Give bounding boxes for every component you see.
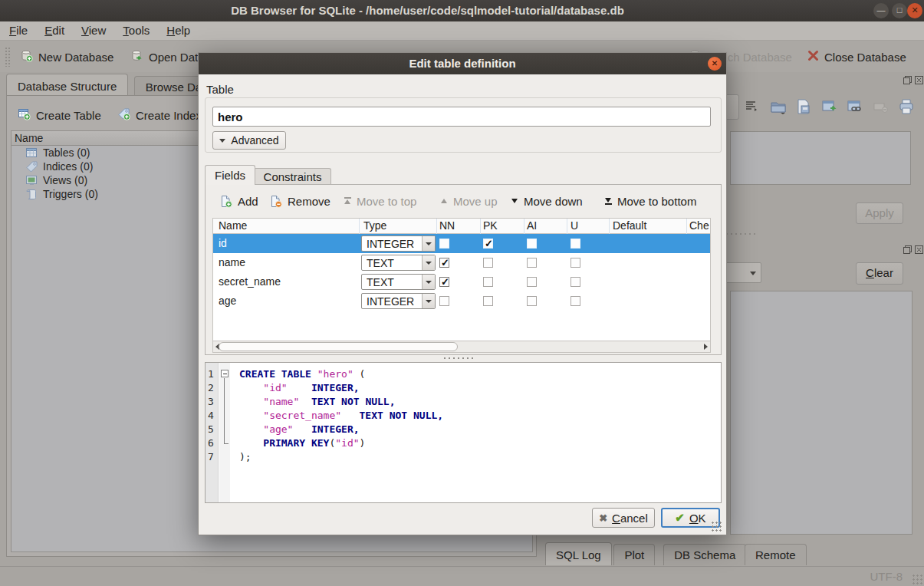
table-name-input[interactable] [212,107,711,127]
combo-arrow-icon [422,236,435,251]
column-header-nn[interactable]: NN [439,219,455,232]
encoding-indicator[interactable]: UTF-8 [870,570,903,583]
dialog-titlebar[interactable]: Edit table definition ✕ [199,53,726,74]
field-name: age [219,295,236,307]
column-header-pk[interactable]: PK [483,219,498,232]
ai-checkbox[interactable] [527,258,537,268]
ai-checkbox[interactable] [527,277,537,287]
bottom-tab-remote[interactable]: Remote [745,544,807,565]
field-type-combo[interactable]: INTEGER [361,235,436,252]
nn-checkbox[interactable] [439,296,449,306]
dialog-splitter-handle[interactable] [442,357,473,360]
menu-tools[interactable]: Tools [115,21,157,39]
u-checkbox[interactable] [571,258,580,268]
tab-database-structure[interactable]: Database Structure [6,74,128,97]
bottom-tab-sql-log[interactable]: SQL Log [545,542,612,565]
fold-guide-tick [224,443,229,444]
open-database-icon [130,49,143,64]
close-button[interactable]: ✕ [907,3,922,18]
close-database-button[interactable]: Close Database [807,47,906,67]
dock-float-icon[interactable] [903,74,912,84]
import-icon[interactable] [770,98,787,115]
line-number-gutter: 1234567 [206,363,219,502]
dialog-tab-fields[interactable]: Fields [205,165,255,185]
print-icon[interactable] [898,98,915,115]
sql-preview-editor[interactable]: 1234567 CREATE TABLE "hero" ( "id" INTEG… [205,362,722,503]
bottom-tab-plot[interactable]: Plot [613,544,655,565]
menu-file[interactable]: File [2,21,35,39]
field-row-id[interactable]: idINTEGER [213,234,710,253]
fold-collapse-icon[interactable] [221,370,229,377]
grid-header[interactable]: NameTypeNNPKAIUDefaultChe [213,219,710,234]
save-icon[interactable] [795,98,812,115]
remove-button[interactable]: Remove [269,193,330,209]
window-resize-grip[interactable] [912,574,922,584]
dock-close-icon[interactable] [914,74,924,84]
field-row-name[interactable]: nameTEXT [213,253,710,272]
bottom-tab-db-schema[interactable]: DB Schema [663,544,746,565]
link-icon[interactable] [847,98,863,115]
ai-checkbox[interactable] [527,296,537,306]
sqllog-float-icon[interactable] [903,244,912,254]
column-header-name[interactable]: Name [219,219,247,232]
menu-view[interactable]: View [74,21,113,39]
toolbar-drag-handle[interactable] [5,47,10,67]
set-null-icon[interactable] [873,98,889,115]
fold-margin[interactable] [219,363,230,502]
field-type-combo[interactable]: INTEGER [361,293,436,309]
toolbar-item-label: Move down [524,195,583,208]
column-header-type[interactable]: Type [363,219,386,232]
new-database-button[interactable]: New Database [20,47,113,67]
pk-checkbox[interactable] [483,258,493,268]
u-checkbox[interactable] [571,296,580,306]
export-icon[interactable] [821,98,838,115]
nn-checkbox[interactable] [439,258,449,268]
column-header-u[interactable]: U [571,219,578,232]
scroll-right-icon[interactable] [704,344,708,350]
sql-log-area[interactable] [730,291,912,535]
field-type-combo[interactable]: TEXT [361,274,436,290]
nn-checkbox[interactable] [439,239,449,249]
sql-token [239,423,263,435]
move-down-button[interactable]: Move down [511,193,583,209]
nn-checkbox[interactable] [439,277,449,287]
field-row-secret_name[interactable]: secret_nameTEXT [213,272,710,291]
column-header-ai[interactable]: AI [527,219,537,232]
dialog-resize-grip[interactable] [711,521,722,532]
apply-button[interactable]: Apply [856,202,903,224]
advanced-button[interactable]: Advanced [212,131,286,150]
column-header-default[interactable]: Default [613,219,646,232]
pk-checkbox[interactable] [483,277,493,287]
ai-checkbox[interactable] [527,239,537,249]
menu-edit[interactable]: Edit [37,21,72,39]
move-up-button[interactable]: Move up [441,193,498,209]
create-index-button[interactable]: Create Index [117,106,202,124]
dock-splitter-handle[interactable] [725,232,755,235]
u-checkbox[interactable] [571,277,580,287]
pk-checkbox[interactable] [483,239,493,249]
scroll-thumb[interactable] [219,342,458,351]
sql-line: "id" INTEGER, [239,381,360,395]
move-to-top-button[interactable]: Move to top [344,193,416,209]
field-row-age[interactable]: ageINTEGER [213,291,710,311]
remove-icon [269,195,282,208]
minimize-button[interactable]: ― [873,3,889,18]
menu-help[interactable]: Help [159,21,198,39]
dialog-close-icon[interactable]: ✕ [708,57,722,71]
text-mode-icon[interactable] [744,98,761,115]
maximize-button[interactable]: □ [892,3,907,18]
pk-checkbox[interactable] [483,296,493,306]
dialog-tab-constraints[interactable]: Constraints [254,168,332,185]
clear-log-button[interactable]: Clear [856,262,903,285]
move-to-bottom-button[interactable]: Move to bottom [605,193,696,209]
create-table-button[interactable]: Create Table [18,106,101,124]
field-type-combo[interactable]: TEXT [361,255,436,271]
u-checkbox[interactable] [571,239,580,249]
grid-hscrollbar[interactable] [213,341,710,352]
toolbar-item-label: Move to bottom [617,195,696,208]
cell-editor-area[interactable] [730,131,911,185]
add-button[interactable]: Add [219,193,258,209]
column-header-che[interactable]: Che [689,219,709,232]
cancel-button[interactable]: ✖ Cancel [592,508,655,528]
sqllog-close-icon[interactable] [914,244,924,254]
